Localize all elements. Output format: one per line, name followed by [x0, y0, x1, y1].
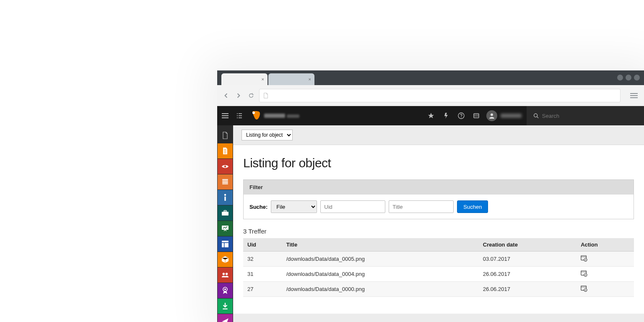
document-icon [263, 93, 269, 99]
user-menu[interactable] [484, 110, 527, 121]
table-row: 31/downloads/Data/data_0004.png26.06.201… [243, 267, 634, 282]
svg-point-14 [226, 273, 228, 275]
search-icon [533, 113, 539, 119]
sidebar-item-page[interactable] [218, 143, 233, 158]
sidebar-item-download[interactable] [218, 299, 233, 314]
reload-button[interactable] [247, 91, 256, 100]
presentation-icon [221, 225, 229, 232]
view-record-icon[interactable] [581, 257, 587, 263]
forward-button[interactable] [234, 91, 243, 100]
table-row: 32/downloads/Data/data_0005.png03.07.201… [243, 252, 634, 267]
cell-uid: 32 [243, 252, 282, 267]
window-controls [617, 75, 640, 80]
content-toolbar: Listing for object [233, 125, 644, 145]
window-dot[interactable] [634, 75, 640, 80]
filter-uid-input[interactable] [320, 200, 385, 213]
medal-icon [221, 287, 229, 294]
filter-type-select[interactable]: File [271, 200, 317, 213]
table-row: 27/downloads/Data/data_0000.png26.06.201… [243, 282, 634, 297]
browser-tab-active[interactable]: × [221, 73, 267, 85]
app-name [264, 112, 299, 119]
search-input[interactable] [542, 113, 637, 119]
filter-title-input[interactable] [389, 200, 454, 213]
column-title: Title [282, 238, 479, 252]
sidebar-item-list[interactable] [218, 174, 233, 190]
list-icon [221, 178, 229, 186]
close-icon[interactable]: × [309, 77, 311, 82]
clear-cache-button[interactable] [439, 106, 454, 125]
filter-panel-header: Filter [244, 180, 634, 195]
svg-rect-3 [474, 114, 479, 118]
module-select[interactable]: Listing for object [242, 130, 293, 140]
results-count: 3 Treffer [243, 228, 634, 235]
view-record-icon[interactable] [581, 272, 587, 278]
help-button[interactable] [454, 106, 469, 125]
cell-title: /downloads/Data/data_0005.png [282, 252, 479, 267]
svg-point-7 [224, 194, 226, 196]
app-header [217, 106, 644, 125]
window-dot[interactable] [626, 75, 631, 80]
svg-point-16 [224, 288, 226, 290]
app-logo[interactable] [246, 110, 304, 121]
cell-uid: 27 [243, 282, 282, 297]
svg-rect-17 [223, 309, 227, 309]
sidebar-item-info[interactable] [218, 190, 233, 205]
svg-point-2 [461, 117, 462, 118]
sidebar-item-web[interactable] [218, 128, 233, 143]
sidebar-item-functions[interactable] [218, 205, 233, 221]
send-icon [221, 318, 229, 322]
app-list-button[interactable] [469, 106, 484, 125]
briefcase-icon [221, 209, 229, 217]
svg-rect-12 [222, 241, 229, 247]
bookmark-button[interactable] [423, 106, 439, 125]
content-area: Listing for object Listing for object Fi… [233, 125, 644, 322]
cell-action [576, 252, 634, 267]
browser-tab-strip: × × [217, 70, 644, 85]
svg-point-23 [585, 274, 586, 275]
svg-point-5 [534, 114, 538, 117]
browser-menu-button[interactable] [628, 93, 640, 98]
cell-uid: 31 [243, 267, 282, 282]
view-record-icon[interactable] [581, 287, 587, 293]
sidebar-item-extensions[interactable] [218, 252, 233, 267]
close-icon[interactable]: × [262, 77, 264, 82]
svg-rect-10 [224, 210, 226, 212]
browser-tab-inactive[interactable]: × [268, 73, 314, 85]
package-icon [221, 256, 229, 263]
search-button[interactable]: Suchen [457, 200, 488, 213]
column-action: Action [576, 238, 634, 252]
window-dot[interactable] [617, 75, 623, 80]
sidebar-item-template[interactable] [218, 236, 233, 252]
cell-date: 03.07.2017 [479, 252, 576, 267]
filter-panel: Filter Suche: File Suchen [243, 179, 634, 219]
filter-panel-body: Suche: File Suchen [244, 195, 634, 219]
search-field[interactable] [527, 106, 644, 125]
cell-date: 26.06.2017 [479, 282, 576, 297]
page-icon [221, 132, 229, 139]
sidebar-item-view[interactable] [218, 159, 233, 174]
typo3-logo-icon [250, 110, 261, 121]
svg-rect-8 [224, 197, 226, 201]
address-bar[interactable] [259, 89, 621, 102]
svg-point-20 [585, 259, 586, 260]
download-icon [221, 302, 229, 310]
sidebar-item-presentation[interactable] [218, 221, 233, 236]
app-body: Listing for object Listing for object Fi… [217, 125, 644, 322]
sidebar-item-access[interactable] [218, 283, 233, 298]
avatar [486, 110, 497, 121]
eye-icon [221, 163, 229, 170]
sidebar-item-users[interactable] [218, 267, 233, 283]
username-label [501, 114, 522, 118]
layout-icon [221, 240, 229, 248]
svg-point-6 [224, 166, 226, 168]
back-button[interactable] [221, 91, 231, 100]
sidebar-item-send[interactable] [218, 314, 233, 322]
module-menu-toggle[interactable] [233, 112, 246, 119]
search-label: Suche: [249, 204, 267, 210]
cell-action [576, 282, 634, 297]
cell-action [576, 267, 634, 282]
page-content: Listing for object Filter Suche: File Su… [233, 145, 644, 314]
page-title: Listing for object [243, 156, 634, 170]
sidebar-toggle-button[interactable] [217, 106, 233, 125]
svg-point-4 [491, 114, 493, 116]
